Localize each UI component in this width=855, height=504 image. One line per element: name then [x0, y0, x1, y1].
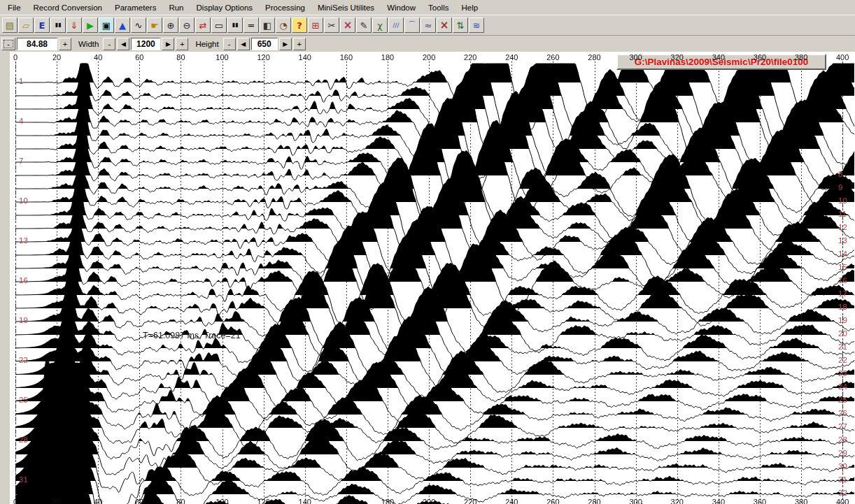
trace-number-right-12: 12: [838, 223, 854, 231]
reverse-traces-icon[interactable]: ⇄: [195, 17, 211, 33]
wave-compare-icon[interactable]: ≋: [469, 17, 484, 33]
zoom-in-icon[interactable]: ⊕: [163, 17, 178, 33]
time-tick-top-20: 20: [46, 53, 67, 62]
run-play-icon[interactable]: ▶: [83, 17, 98, 33]
trace-number-left-7: 7: [19, 157, 33, 165]
trace-number-left-31: 31: [19, 475, 33, 484]
stack-bars-icon[interactable]: ═: [243, 17, 259, 33]
menu-item-run[interactable]: Run: [162, 1, 190, 14]
menu-item-file[interactable]: File: [1, 1, 27, 14]
time-tick-top-200: 200: [418, 53, 439, 62]
trace-number-left-4: 4: [19, 117, 33, 125]
stop-frame-icon[interactable]: ▣: [99, 17, 114, 33]
filter-curves-icon[interactable]: ∕∕∕: [388, 17, 404, 33]
trace-number-right-28: 28: [838, 435, 854, 444]
wiggle-trace-canvas[interactable]: [0, 52, 855, 504]
select-region-icon[interactable]: ▭: [211, 17, 227, 33]
trace-number-right-31: 31: [838, 475, 854, 484]
trace-number-right-9: 9: [838, 183, 854, 192]
menu-item-window[interactable]: Window: [381, 1, 422, 14]
trace-number-right-27: 27: [838, 422, 854, 431]
time-tick-top-220: 220: [460, 53, 481, 62]
trace-number-right-21: 21: [838, 343, 854, 351]
trace-number-right-8: 8: [838, 170, 854, 178]
time-tick-top-280: 280: [584, 53, 605, 62]
time-tick-top-300: 300: [626, 53, 646, 62]
time-tick-bottom-380: 380: [791, 498, 812, 504]
menu-item-help[interactable]: Help: [455, 1, 484, 14]
cross-spread-icon[interactable]: ×: [437, 17, 452, 33]
trace-number-left-16: 16: [19, 276, 33, 285]
toolbar: ▤▱E▮▮⇓▶▣▲∿☛⊕⊖⇄▭▮▮═◧◔?⊞✂×✎χ∕∕∕⌒≈×⇅≋: [0, 15, 855, 36]
gain-plus-button[interactable]: +: [59, 38, 71, 50]
menu-item-toolls[interactable]: Toolls: [422, 1, 455, 14]
height-back-button[interactable]: ◀: [237, 38, 250, 50]
time-tick-bottom-140: 140: [295, 498, 316, 504]
amplitude-spectrum-icon[interactable]: ▲: [115, 17, 130, 33]
height-label: Height: [195, 40, 218, 48]
time-tick-bottom-320: 320: [667, 498, 688, 504]
wiggle-trace-icon[interactable]: ∿: [131, 17, 146, 33]
edit-header-icon[interactable]: E: [34, 17, 50, 33]
pan-hand-icon[interactable]: ☛: [147, 17, 162, 33]
width-forward-button[interactable]: ▶: [162, 38, 174, 50]
help-icon[interactable]: ?: [292, 17, 307, 33]
pie-view-icon[interactable]: ◔: [276, 17, 291, 33]
trace-number-right-11: 11: [838, 210, 854, 218]
height-value-field[interactable]: 650: [251, 38, 278, 50]
time-tick-bottom-260: 260: [542, 498, 563, 504]
cursor-annotation: T=61.0987 ms, Trace=21: [143, 331, 241, 340]
sort-geometry-icon[interactable]: ⇅: [453, 17, 468, 33]
time-tick-top-320: 320: [667, 53, 688, 62]
height-forward-button[interactable]: ▶: [279, 38, 292, 50]
menu-item-display-options[interactable]: Display Options: [190, 1, 260, 14]
trace-number-right-24: 24: [838, 382, 854, 391]
gain-curve-icon[interactable]: ⌒: [404, 17, 420, 33]
time-tick-bottom-400: 400: [832, 498, 853, 504]
zoom-out-icon[interactable]: ⊖: [179, 17, 195, 33]
menu-item-miniseis-utilites[interactable]: MiniSeis Utilites: [311, 1, 381, 14]
time-tick-bottom-300: 300: [626, 498, 646, 504]
time-tick-bottom-0: 0: [5, 498, 26, 504]
trace-number-right-15: 15: [838, 263, 854, 271]
time-tick-bottom-340: 340: [708, 498, 729, 504]
edit-picks-icon[interactable]: ✎: [356, 17, 372, 33]
width-label: Width: [78, 40, 99, 48]
trace-number-right-20: 20: [838, 329, 854, 338]
trace-number-right-32: 32: [838, 489, 854, 497]
time-tick-bottom-360: 360: [749, 498, 770, 504]
height-minus-button[interactable]: -: [223, 38, 236, 50]
height-plus-button[interactable]: +: [293, 38, 306, 50]
new-report-icon[interactable]: ▤: [2, 17, 17, 33]
width-value-field[interactable]: 1200: [131, 38, 160, 50]
braid-traces-icon[interactable]: ≈: [421, 17, 436, 33]
trace-number-right-13: 13: [838, 236, 854, 245]
pause-display-icon[interactable]: ▮▮: [50, 17, 66, 33]
menu-bar: FileRecord ConversionParametersRunDispla…: [0, 0, 855, 15]
menu-item-parameters[interactable]: Parameters: [108, 1, 162, 14]
save-record-icon[interactable]: ⇓: [66, 17, 82, 33]
cross-plot-icon[interactable]: ×: [340, 17, 355, 33]
width-minus-button[interactable]: -: [103, 38, 115, 50]
trace-number-right-14: 14: [838, 250, 854, 258]
gain-minus-button[interactable]: -: [1, 38, 15, 50]
velocity-cross-icon[interactable]: χ: [372, 17, 388, 33]
trace-number-left-10: 10: [19, 196, 33, 205]
trace-number-right-26: 26: [838, 409, 854, 417]
open-file-icon[interactable]: ▱: [18, 17, 34, 33]
overlay-windows-icon[interactable]: ◧: [260, 17, 275, 33]
menu-item-record-conversion[interactable]: Record Conversion: [27, 1, 108, 14]
time-tick-top-260: 260: [542, 53, 563, 62]
export-blocks-icon[interactable]: ⊞: [308, 17, 323, 33]
time-tick-bottom-280: 280: [584, 498, 605, 504]
width-back-button[interactable]: ◀: [117, 38, 129, 50]
trace-number-left-1: 1: [19, 77, 33, 85]
time-tick-bottom-200: 200: [418, 498, 439, 504]
menu-item-processing[interactable]: Processing: [259, 1, 311, 14]
trace-number-right-29: 29: [838, 449, 854, 457]
cut-traces-icon[interactable]: ✂: [324, 17, 339, 33]
seismic-display-panel[interactable]: G:\Plavinas\2009\Seismic\Pr20\file0100 T…: [0, 52, 855, 504]
gain-value-field[interactable]: 84.88: [17, 38, 57, 50]
pause-bars-icon[interactable]: ▮▮: [227, 17, 243, 33]
width-plus-button[interactable]: +: [176, 38, 188, 50]
